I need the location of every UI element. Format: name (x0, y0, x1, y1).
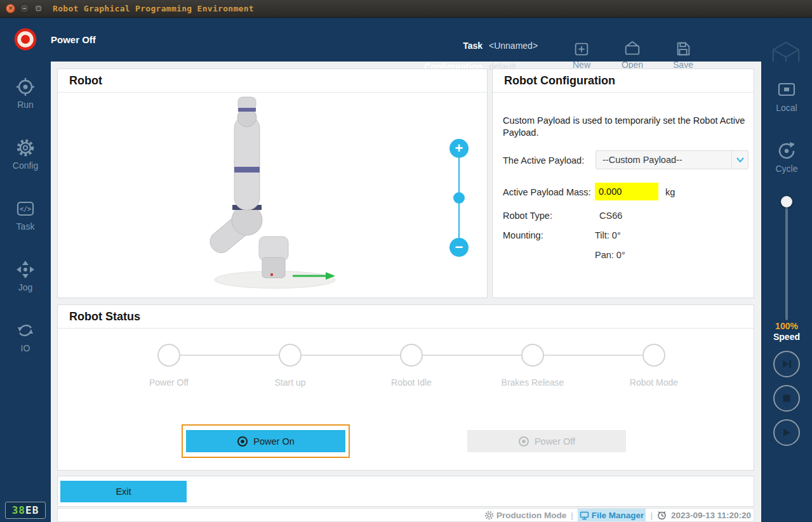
window-title: Robot Graphical Programming Environment (53, 4, 254, 13)
statusbar-separator: | (650, 511, 653, 520)
file-manager-button[interactable]: File Manager (578, 509, 646, 521)
code-icon: </> (16, 199, 35, 218)
mounting-tilt-value: Tilt: 0° (595, 230, 621, 240)
sidebar-item-label: IO (21, 343, 30, 353)
window-titlebar: ✕ – ▢ Robot Graphical Programming Enviro… (0, 0, 812, 18)
power-on-label: Power On (253, 436, 294, 447)
new-button[interactable]: New (561, 40, 602, 70)
local-monitor-icon (777, 81, 796, 100)
badge-white-text: EB (25, 504, 39, 516)
robot-type-value: CS66 (599, 211, 622, 221)
sidebar-item-label: Jog (18, 282, 33, 292)
play-icon (780, 426, 793, 439)
robot-panel: Robot + − (57, 69, 488, 298)
payload-mass-label: Active Payload Mass: (503, 187, 591, 197)
sidebar-item-io[interactable]: IO (0, 321, 51, 353)
robot-status-title: Robot Status (58, 305, 754, 329)
statusbar-separator: | (571, 511, 573, 520)
chevron-down-icon (731, 151, 748, 169)
zoom-slider-track[interactable] (458, 158, 460, 238)
sidebar-item-label: Run (17, 100, 34, 110)
play-to-icon (780, 358, 793, 370)
power-off-button[interactable]: Power Off (467, 430, 626, 452)
power-target-icon (518, 436, 529, 447)
power-status-label: Power Off (51, 34, 96, 45)
payload-mass-input[interactable] (595, 183, 658, 200)
speed-slider-track[interactable] (785, 196, 788, 320)
open-button[interactable]: Open (612, 40, 653, 70)
robot-panel-title: Robot (58, 69, 487, 93)
robot-type-label: Robot Type: (503, 211, 552, 221)
io-sync-icon (16, 321, 35, 340)
sidebar-item-task[interactable]: </> Task (0, 199, 51, 232)
payload-description: Custom Payload is used to temporarily se… (503, 115, 745, 139)
step-circle-power-off (157, 344, 180, 367)
step-label: Start up (239, 377, 341, 388)
window-close-button[interactable]: ✕ (6, 4, 15, 13)
step-circle-start-up (279, 344, 302, 367)
save-floppy-icon (674, 40, 692, 58)
step-label: Robot Idle (361, 377, 462, 388)
step-run-button[interactable] (773, 351, 800, 377)
save-button[interactable]: Save (663, 40, 703, 70)
active-payload-dropdown[interactable]: --Custom Payload-- (596, 150, 749, 169)
mounting-label: Mounting: (503, 230, 543, 240)
robot-3d-view[interactable] (196, 96, 349, 296)
exit-button-label: Exit (116, 486, 131, 497)
task-label: Task (394, 41, 483, 51)
production-mode-icon (484, 511, 494, 520)
cycle-icon (777, 141, 796, 160)
robot-status-panel: Robot Status Power Off Start up Robot Id… (57, 304, 754, 471)
sidebar-item-label: Config (13, 160, 38, 171)
clock-icon (657, 511, 667, 520)
svg-text:</>: </> (20, 206, 31, 212)
local-mode-button[interactable]: Local (761, 81, 812, 113)
app-header: Power Off Task <Unnamed> Configuration d… (0, 18, 812, 62)
speed-slider-knob[interactable] (781, 196, 792, 207)
sidebar-item-label: Task (17, 221, 35, 232)
exit-button[interactable]: Exit (60, 481, 187, 502)
task-value: <Unnamed> (489, 41, 538, 51)
power-on-button[interactable]: Power On (186, 430, 345, 452)
stop-button[interactable] (773, 385, 800, 412)
power-target-icon (237, 436, 248, 447)
cycle-mode-button[interactable]: Cycle (761, 141, 812, 174)
mounting-pan-value: Pan: 0° (595, 250, 625, 260)
bottom-status-bar: Production Mode | File Manager | 2023-09… (57, 508, 754, 522)
task-config-meta: Task <Unnamed> Configuration default (394, 41, 538, 72)
window-minimize-button[interactable]: – (20, 4, 29, 13)
file-manager-label: File Manager (592, 511, 644, 520)
statusbar-timestamp: 2023-09-13 11:20:20 (671, 511, 751, 520)
production-mode-label: Production Mode (496, 511, 566, 520)
step-circle-robot-mode (642, 344, 665, 367)
power-status-icon (13, 27, 37, 51)
zoom-in-button[interactable]: + (449, 139, 469, 158)
new-document-icon (573, 40, 590, 58)
active-payload-selected: --Custom Payload-- (596, 155, 731, 165)
gear-icon (16, 138, 35, 157)
zoom-out-button[interactable]: − (449, 238, 469, 257)
step-label: Power Off (118, 377, 220, 388)
view-zoom-control: + − (449, 139, 469, 257)
sidebar-item-config[interactable]: Config (0, 138, 51, 171)
right-sidebar: Local Cycle 100% Speed (761, 62, 812, 522)
left-sidebar: Run Config </> Task Jog (0, 62, 51, 522)
robot-configuration-title: Robot Configuration (493, 69, 754, 93)
stop-icon (780, 392, 793, 405)
sidebar-item-run[interactable]: Run (0, 77, 51, 110)
window-maximize-button[interactable]: ▢ (34, 4, 43, 13)
cycle-label: Cycle (775, 164, 797, 174)
open-file-icon (623, 40, 641, 58)
speed-value: 100% (761, 321, 812, 331)
run-icon (16, 77, 35, 96)
sidebar-item-jog[interactable]: Jog (0, 260, 51, 292)
active-payload-label: The Active Payload: (503, 155, 584, 166)
robot-configuration-panel: Robot Configuration Custom Payload is us… (492, 69, 754, 298)
play-button[interactable] (773, 419, 800, 446)
jog-arrows-icon (16, 260, 35, 279)
exit-panel: Exit (57, 476, 754, 507)
step-circle-robot-idle (400, 344, 423, 367)
system-id-badge: 38EB (5, 502, 46, 519)
power-off-label: Power Off (535, 436, 575, 447)
zoom-slider-knob[interactable] (453, 192, 465, 204)
